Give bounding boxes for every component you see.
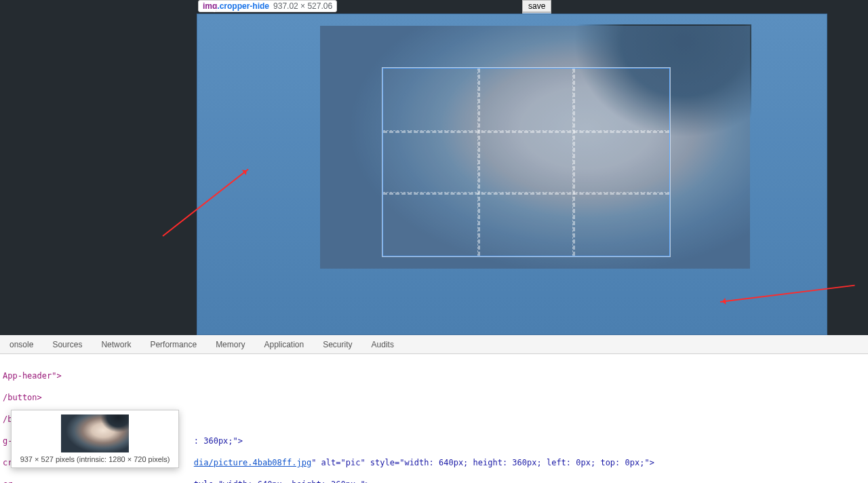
preview-caption: 937 × 527 pixels (intrinsic: 1280 × 720 … xyxy=(16,455,174,463)
app-viewport: img.cropper-hide937.02 × 527.06 save qui… xyxy=(0,0,868,335)
crop-grid-line xyxy=(383,192,669,195)
crop-grid-line xyxy=(572,69,575,256)
dom-text: cr xyxy=(3,480,12,483)
devtools-tab-bar: onsole Sources Network Performance Memor… xyxy=(0,335,868,354)
tab-audits[interactable]: Audits xyxy=(362,336,403,353)
crop-grid-line xyxy=(383,130,669,133)
crop-grid-line xyxy=(477,69,480,256)
tab-sources[interactable]: Sources xyxy=(43,336,92,353)
tooltip-dims: 937.02 × 527.06 xyxy=(273,1,332,11)
dom-text: /button> xyxy=(3,393,42,402)
tooltip-class: .cropper-hide xyxy=(217,1,269,11)
element-inspect-tooltip: img.cropper-hide937.02 × 527.06 xyxy=(198,0,337,12)
dom-text: tyle="width: 640px; height: 360px;"> xyxy=(194,480,370,483)
image-hover-preview: 937 × 527 pixels (intrinsic: 1280 × 720 … xyxy=(11,410,179,468)
tab-console[interactable]: onsole xyxy=(0,336,43,353)
save-button[interactable]: save xyxy=(522,0,551,12)
dom-text: App-header"> xyxy=(3,371,62,381)
tab-performance[interactable]: Performance xyxy=(140,336,206,353)
tab-network[interactable]: Network xyxy=(92,336,140,353)
dom-text: : 360px;"> xyxy=(194,436,243,446)
preview-thumbnail xyxy=(61,414,129,452)
crop-selection-box[interactable] xyxy=(382,68,670,256)
dom-link[interactable]: dia/picture.4bab08ff.jpg xyxy=(194,458,311,467)
tab-application[interactable]: Application xyxy=(254,336,313,353)
dom-text: " alt="pic" style="width: 640px; height:… xyxy=(311,458,654,467)
tab-security[interactable]: Security xyxy=(313,336,361,353)
tooltip-tag: img xyxy=(203,1,217,11)
tab-memory[interactable]: Memory xyxy=(206,336,254,353)
